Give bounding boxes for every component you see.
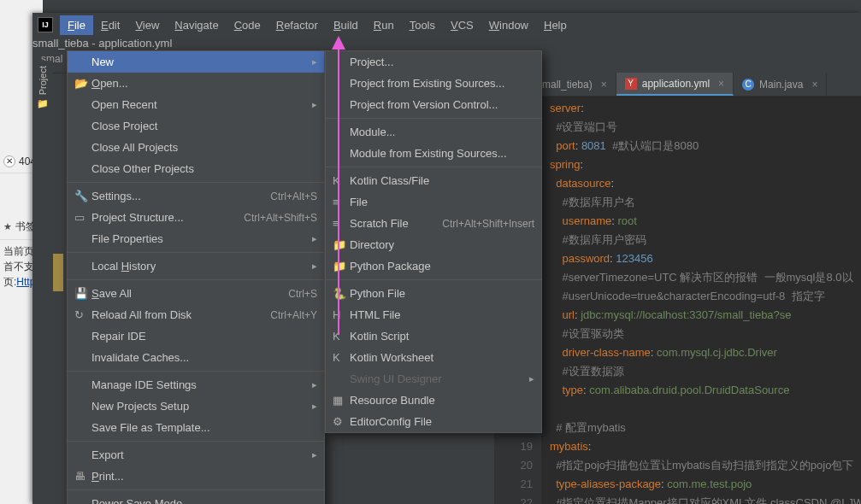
menubar: FileEditViewNavigateCodeRefactorBuildRun… xyxy=(60,15,575,35)
menu-icon: K xyxy=(333,351,350,364)
menu-icon: ≡ xyxy=(333,217,350,230)
menu-icon: ▭ xyxy=(74,211,91,224)
menu-item[interactable]: Close Other Projects xyxy=(68,158,324,179)
intellij-logo-icon: IJ xyxy=(38,17,53,32)
menu-item: Swing UI Designer▸ xyxy=(326,368,541,390)
yml-icon: Y xyxy=(625,78,637,90)
menu-icon: 🖶 xyxy=(74,470,91,483)
menu-item[interactable]: Project... xyxy=(326,51,541,73)
menu-item[interactable]: ≡File xyxy=(326,191,541,213)
menu-item[interactable]: 📁Directory xyxy=(326,234,541,255)
menu-item[interactable]: Power Save Mode xyxy=(68,493,324,504)
menu-item[interactable]: HHTML File xyxy=(326,304,541,325)
menu-icon: K xyxy=(333,174,350,187)
editor-tab[interactable]: CMain.java× xyxy=(734,73,827,96)
menu-item[interactable]: ▦Resource Bundle xyxy=(326,390,541,411)
menu-item[interactable]: File Properties▸ xyxy=(68,228,324,249)
editor-tabs: Yml (small_tieba)×Yapplication.yml×CMain… xyxy=(494,73,861,97)
java-icon: C xyxy=(742,79,754,91)
menu-run[interactable]: Run xyxy=(366,15,402,35)
project-tool-tab[interactable]: 📁 Project xyxy=(32,61,53,114)
menu-item[interactable]: 🖶Print... xyxy=(68,466,324,487)
menu-window[interactable]: Window xyxy=(481,15,536,35)
menu-item[interactable]: Close All Projects xyxy=(68,137,324,158)
menu-icon: ▦ xyxy=(333,394,350,407)
menu-item[interactable]: Module... xyxy=(326,121,541,143)
menu-item[interactable]: ⚙EditorConfig File xyxy=(326,411,541,432)
close-icon[interactable]: × xyxy=(718,78,724,90)
code-editor[interactable]: 1516171819202122 server: #设置端口号 port: 80… xyxy=(494,97,861,504)
editor-change-stripe xyxy=(53,254,63,291)
menu-item[interactable]: ↻Reload All from DiskCtrl+Alt+Y xyxy=(68,304,324,325)
menu-item[interactable]: KKotlin Script xyxy=(326,325,541,347)
code-area[interactable]: server: #设置端口号 port: 8081 #默认端口是8080spri… xyxy=(541,97,861,504)
menu-item[interactable]: Local History▸ xyxy=(68,255,324,277)
menu-file[interactable]: File xyxy=(60,15,93,35)
file-menu-popup: New▸📂Open...Open Recent▸Close ProjectClo… xyxy=(67,50,325,504)
menu-build[interactable]: Build xyxy=(326,15,366,35)
menu-item[interactable]: KKotlin Class/File xyxy=(326,170,541,191)
menu-item[interactable]: Invalidate Caches... xyxy=(68,347,324,368)
menu-item[interactable]: Open Recent▸ xyxy=(68,94,324,115)
menu-item[interactable]: ≡Scratch FileCtrl+Alt+Shift+Insert xyxy=(326,213,541,234)
editor-tab[interactable]: Yapplication.yml× xyxy=(616,73,734,96)
ide-window: IJ FileEditViewNavigateCodeRefactorBuild… xyxy=(32,13,861,504)
menu-icon: ≡ xyxy=(333,196,350,208)
menu-item[interactable]: New▸ xyxy=(68,51,324,73)
menu-icon: 📁 xyxy=(333,260,350,273)
menu-edit[interactable]: Edit xyxy=(93,15,127,35)
menu-item[interactable]: Close Project xyxy=(68,115,324,137)
menu-item[interactable]: 💾Save AllCtrl+S xyxy=(68,283,324,304)
menu-item[interactable]: 📂Open... xyxy=(68,73,324,94)
menu-item[interactable]: Save File as Template... xyxy=(68,417,324,438)
menu-icon: 🔧 xyxy=(74,190,91,202)
menu-item[interactable]: 🔧Settings...Ctrl+Alt+S xyxy=(68,185,324,207)
menu-code[interactable]: Code xyxy=(227,15,268,35)
menu-tools[interactable]: Tools xyxy=(402,15,443,35)
menu-icon: 📁 xyxy=(333,238,350,251)
menu-item[interactable]: Manage IDE Settings▸ xyxy=(68,374,324,396)
menu-help[interactable]: Help xyxy=(536,15,575,35)
menu-icon: ↻ xyxy=(74,308,91,321)
new-submenu-popup: Project...Project from Existing Sources.… xyxy=(325,50,542,433)
window-title: small_tieba - application.yml xyxy=(32,37,861,50)
menu-icon: H xyxy=(333,308,350,321)
menu-item[interactable]: KKotlin Worksheet xyxy=(326,347,541,368)
menu-item[interactable]: 📁Python Package xyxy=(326,255,541,277)
menu-view[interactable]: View xyxy=(127,15,167,35)
titlebar: IJ FileEditViewNavigateCodeRefactorBuild… xyxy=(32,13,861,37)
menu-item[interactable]: Project from Version Control... xyxy=(326,94,541,115)
menu-icon: 🐍 xyxy=(333,287,350,300)
menu-icon: 📂 xyxy=(74,77,91,90)
menu-icon: K xyxy=(333,330,350,343)
menu-refactor[interactable]: Refactor xyxy=(268,15,326,35)
menu-item[interactable]: Repair IDE xyxy=(68,325,324,347)
menu-icon: 💾 xyxy=(74,287,91,300)
menu-item[interactable]: ▭Project Structure...Ctrl+Alt+Shift+S xyxy=(68,207,324,228)
close-icon[interactable]: × xyxy=(601,79,607,91)
menu-vcs[interactable]: VCS xyxy=(443,15,481,35)
close-icon[interactable]: × xyxy=(811,79,817,91)
menu-item[interactable]: Export▸ xyxy=(68,444,324,466)
menu-item[interactable]: New Projects Setup▸ xyxy=(68,396,324,417)
menu-icon: ⚙ xyxy=(333,415,350,428)
folder-icon: 📁 xyxy=(37,98,49,109)
menu-navigate[interactable]: Navigate xyxy=(167,15,226,35)
menu-item[interactable]: Project from Existing Sources... xyxy=(326,73,541,94)
menu-item[interactable]: Module from Existing Sources... xyxy=(326,143,541,164)
menu-item[interactable]: 🐍Python File xyxy=(326,283,541,304)
